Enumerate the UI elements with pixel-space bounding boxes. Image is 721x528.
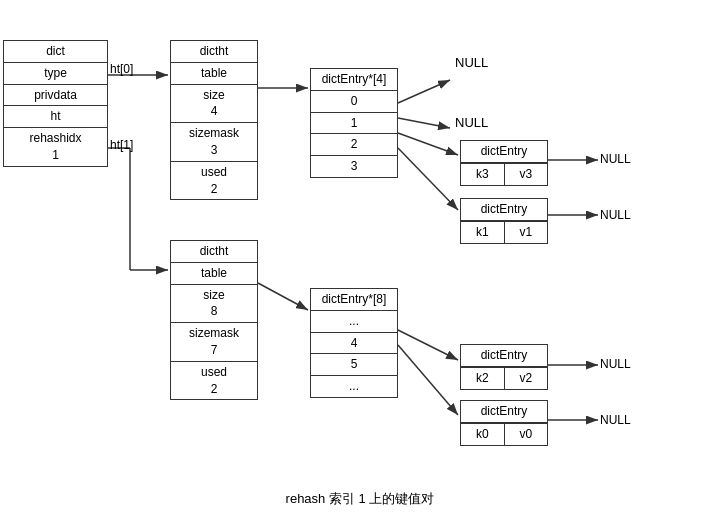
dictht0-box: dictht table size4 sizemask3 used2: [170, 40, 258, 200]
svg-line-8: [398, 118, 450, 128]
dict-label: dict: [4, 41, 107, 63]
entry-k0v0-key: k0: [461, 424, 505, 445]
dict-rehashidx: rehashidx1: [4, 128, 107, 166]
array0-3: 3: [311, 156, 397, 177]
array1-5: 5: [311, 354, 397, 376]
svg-line-13: [398, 330, 458, 360]
dictht0-size: size4: [171, 85, 257, 124]
null-k0v0: NULL: [600, 413, 631, 427]
caption: rehash 索引 1 上的键值对: [200, 490, 520, 508]
entry-k0v0-box: dictEntry k0 v0: [460, 400, 548, 446]
svg-line-7: [398, 80, 450, 103]
array1-box: dictEntry*[8] ... 4 5 ...: [310, 288, 398, 398]
entry-k2v2-label: dictEntry: [461, 345, 547, 367]
entry-k1v1-label: dictEntry: [461, 199, 547, 221]
dictht1-sizemask: sizemask7: [171, 323, 257, 362]
entry-k2v2-val: v2: [505, 368, 548, 389]
dictht1-size: size8: [171, 285, 257, 324]
svg-line-14: [398, 345, 458, 415]
array0-1: 1: [311, 113, 397, 135]
entry-k1v1-box: dictEntry k1 v1: [460, 198, 548, 244]
null-k3v3: NULL: [600, 152, 631, 166]
diagram-canvas: dict type privdata ht rehashidx1 ht[0] h…: [0, 0, 721, 528]
dictht0-table: table: [171, 63, 257, 85]
dictht1-used: used2: [171, 362, 257, 400]
array0-box: dictEntry*[4] 0 1 2 3: [310, 68, 398, 178]
null-k1v1: NULL: [600, 208, 631, 222]
entry-k0v0-label: dictEntry: [461, 401, 547, 423]
null1-label: NULL: [455, 115, 488, 130]
dictht1-box: dictht table size8 sizemask7 used2: [170, 240, 258, 400]
entry-k2v2-key: k2: [461, 368, 505, 389]
array0-label: dictEntry*[4]: [311, 69, 397, 91]
ht0-label: ht[0]: [110, 62, 133, 76]
entry-k3v3-label: dictEntry: [461, 141, 547, 163]
dictht0-sizemask: sizemask3: [171, 123, 257, 162]
dict-box: dict type privdata ht rehashidx1: [3, 40, 108, 167]
dictht0-used: used2: [171, 162, 257, 200]
svg-line-9: [398, 133, 458, 155]
null0-label: NULL: [455, 55, 488, 70]
array0-0: 0: [311, 91, 397, 113]
dictht1-table: table: [171, 263, 257, 285]
array0-2: 2: [311, 134, 397, 156]
dict-privdata: privdata: [4, 85, 107, 107]
null-k2v2: NULL: [600, 357, 631, 371]
array1-dots2: ...: [311, 376, 397, 397]
dict-type: type: [4, 63, 107, 85]
entry-k1v1-val: v1: [505, 222, 548, 243]
svg-line-6: [258, 283, 308, 310]
entry-k2v2-box: dictEntry k2 v2: [460, 344, 548, 390]
entry-k0v0-val: v0: [505, 424, 548, 445]
svg-line-10: [398, 148, 458, 210]
ht1-label: ht[1]: [110, 138, 133, 152]
dict-ht: ht: [4, 106, 107, 128]
dictht1-label: dictht: [171, 241, 257, 263]
entry-k3v3-key: k3: [461, 164, 505, 185]
entry-k3v3-val: v3: [505, 164, 548, 185]
entry-k3v3-box: dictEntry k3 v3: [460, 140, 548, 186]
array1-label: dictEntry*[8]: [311, 289, 397, 311]
array1-4: 4: [311, 333, 397, 355]
array1-dots1: ...: [311, 311, 397, 333]
dictht0-label: dictht: [171, 41, 257, 63]
entry-k1v1-key: k1: [461, 222, 505, 243]
